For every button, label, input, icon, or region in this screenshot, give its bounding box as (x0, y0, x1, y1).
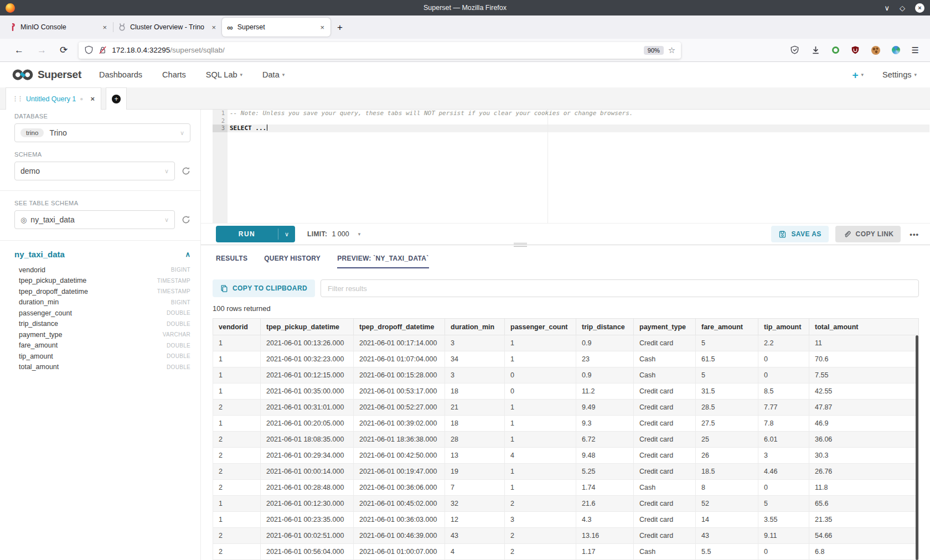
schema-column-row[interactable]: tip_amountDOUBLE (14, 351, 190, 362)
window-close-icon[interactable]: × (915, 3, 924, 13)
new-query-tab-button[interactable]: + (106, 87, 127, 110)
grid-header-cell[interactable]: passenger_count (505, 319, 576, 335)
drag-handle-icon[interactable]: ⋮⋮ (12, 95, 22, 102)
forward-icon[interactable]: → (30, 45, 53, 56)
screen: Superset — Mozilla Firefox ∨ ◇ × MinIO C… (0, 0, 930, 560)
schema-column-row[interactable]: duration_minBIGINT (14, 297, 190, 308)
table-select[interactable]: ◎ ny_taxi_data ∨ (14, 210, 175, 229)
table-row: 12021-06-01 00:32:23.0002021-06-01 01:07… (213, 351, 919, 367)
sql-editor[interactable]: 1 2 3 -- Note: Unless you save your quer… (201, 110, 930, 223)
grid-cell: Credit card (634, 432, 696, 448)
schema-column-row[interactable]: tpep_dropoff_datetimeTIMESTAMP (14, 286, 190, 297)
grid-cell: 42.55 (809, 383, 919, 400)
settings-menu[interactable]: Settings▾ (882, 70, 917, 79)
column-type: TIMESTAMP (157, 278, 190, 284)
extension-green-icon[interactable] (832, 46, 839, 54)
schema-column-row[interactable]: total_amountDOUBLE (14, 362, 190, 373)
tab-close-icon[interactable]: × (210, 23, 217, 32)
browser-tab-minio[interactable]: MinIO Console × (4, 18, 113, 37)
grid-cell: 2021-06-01 00:31:01.000 (261, 400, 354, 416)
browser-tab-superset[interactable]: ∞ Superset × (222, 18, 330, 37)
run-button-label[interactable]: RUN (216, 226, 278, 242)
schema-column-row[interactable]: passenger_countDOUBLE (14, 308, 190, 319)
hamburger-menu-icon[interactable]: ☰ (912, 45, 919, 55)
ublock-shield-icon[interactable] (851, 45, 860, 55)
pane-resize-handle[interactable] (514, 243, 527, 247)
nav-item-dashboards[interactable]: Dashboards (99, 70, 142, 79)
grid-header-cell[interactable]: tpep_dropoff_datetime (354, 319, 445, 335)
query-tab-active[interactable]: ⋮⋮ Untitled Query 1 ● × (6, 87, 101, 110)
collapse-chevron-icon[interactable]: ∧ (185, 250, 190, 258)
grid-cell: Credit card (634, 512, 696, 528)
refresh-schema-icon[interactable] (182, 167, 190, 175)
tab-query-history[interactable]: QUERY HISTORY (264, 255, 321, 268)
save-as-button[interactable]: SAVE AS (771, 226, 828, 242)
window-maximize-icon[interactable]: ◇ (900, 4, 905, 12)
browser-tab-trino[interactable]: Cluster Overview - Trino × (113, 18, 222, 37)
filter-results-input[interactable] (321, 279, 919, 297)
grid-header-cell[interactable]: duration_min (445, 319, 505, 335)
new-tab-button[interactable]: + (330, 22, 349, 39)
tab-close-icon[interactable]: × (101, 23, 108, 32)
grid-header-cell[interactable]: tip_amount (758, 319, 809, 335)
download-icon[interactable] (811, 45, 820, 55)
grid-header-cell[interactable]: total_amount (809, 319, 919, 335)
tab-preview[interactable]: PREVIEW: `NY_TAXI_DATA` (337, 255, 428, 268)
tracking-shield-icon[interactable] (84, 45, 94, 55)
grid-cell: 2021-06-01 00:35:00.000 (261, 383, 354, 400)
table-row: 12021-06-01 00:20:05.0002021-06-01 00:39… (213, 416, 919, 432)
grid-cell: 9.48 (576, 448, 634, 464)
more-options-icon[interactable]: ••• (910, 230, 919, 238)
editor-code-area[interactable]: -- Note: Unless you save your query, the… (228, 110, 929, 223)
grid-cell: 36.06 (809, 432, 919, 448)
bookmark-star-icon[interactable]: ☆ (668, 45, 675, 55)
grid-cell: 3 (758, 448, 809, 464)
nav-item-data[interactable]: Data▾ (262, 70, 285, 79)
query-tab-close-icon[interactable]: × (90, 95, 95, 103)
grid-header-cell[interactable]: tpep_pickup_datetime (261, 319, 354, 335)
cookie-icon[interactable] (871, 46, 880, 55)
url-bar[interactable]: 172.18.0.4:32295/superset/sqllab/ 90% ☆ (79, 42, 681, 59)
grid-cell: Cash (634, 351, 696, 367)
table-schema-title[interactable]: ny_taxi_data (14, 250, 65, 259)
grid-cell: 9.11 (758, 528, 809, 544)
schema-select[interactable]: demo ∨ (14, 162, 175, 180)
tab-close-icon[interactable]: × (319, 23, 326, 32)
copy-to-clipboard-button[interactable]: COPY TO CLIPBOARD (213, 279, 315, 297)
schema-column-row[interactable]: tpep_pickup_datetimeTIMESTAMP (14, 276, 190, 287)
grid-scrollbar[interactable] (916, 335, 918, 560)
grid-header-cell[interactable]: vendorid (213, 319, 261, 335)
run-button[interactable]: RUN ∨ (216, 226, 295, 242)
grid-cell: 18 (445, 383, 505, 400)
schema-column-row[interactable]: trip_distanceDOUBLE (14, 319, 190, 330)
schema-column-row[interactable]: fare_amountDOUBLE (14, 340, 190, 351)
limit-dropdown[interactable]: LIMIT: 1 000 ▾ (307, 230, 360, 238)
extension-sparkle-icon[interactable] (892, 46, 900, 54)
refresh-table-icon[interactable] (182, 215, 190, 224)
schema-column-row[interactable]: vendoridBIGINT (14, 265, 190, 276)
unsaved-indicator-icon: ● (80, 96, 83, 102)
insecure-lock-icon[interactable] (98, 45, 107, 55)
run-options-chevron-icon[interactable]: ∨ (278, 226, 295, 242)
grid-cell: 13 (445, 448, 505, 464)
add-new-button[interactable]: +▾ (852, 70, 864, 80)
window-minimize-icon[interactable]: ∨ (884, 4, 890, 12)
grid-cell: 2021-06-01 01:07:04.000 (354, 351, 445, 367)
copy-link-button[interactable]: COPY LINK (835, 226, 901, 242)
grid-header-cell[interactable]: trip_distance (576, 319, 634, 335)
back-icon[interactable]: ← (8, 45, 30, 56)
tab-results[interactable]: RESULTS (216, 255, 247, 268)
reload-icon[interactable]: ⟳ (53, 44, 74, 56)
zoom-level-badge[interactable]: 90% (644, 46, 664, 55)
database-select[interactable]: trino Trino ∨ (14, 123, 190, 142)
schema-column-row[interactable]: payment_typeVARCHAR (14, 329, 190, 340)
grid-cell: 2 (213, 448, 261, 464)
line-number: 1 (213, 110, 228, 117)
grid-header-cell[interactable]: fare_amount (696, 319, 758, 335)
grid-cell: 4 (445, 544, 505, 560)
pocket-shield-icon[interactable] (790, 45, 799, 55)
superset-brand[interactable]: Superset (11, 68, 81, 82)
grid-header-cell[interactable]: payment_type (634, 319, 696, 335)
nav-item-charts[interactable]: Charts (162, 70, 186, 79)
nav-item-sql-lab[interactable]: SQL Lab▾ (206, 70, 242, 79)
